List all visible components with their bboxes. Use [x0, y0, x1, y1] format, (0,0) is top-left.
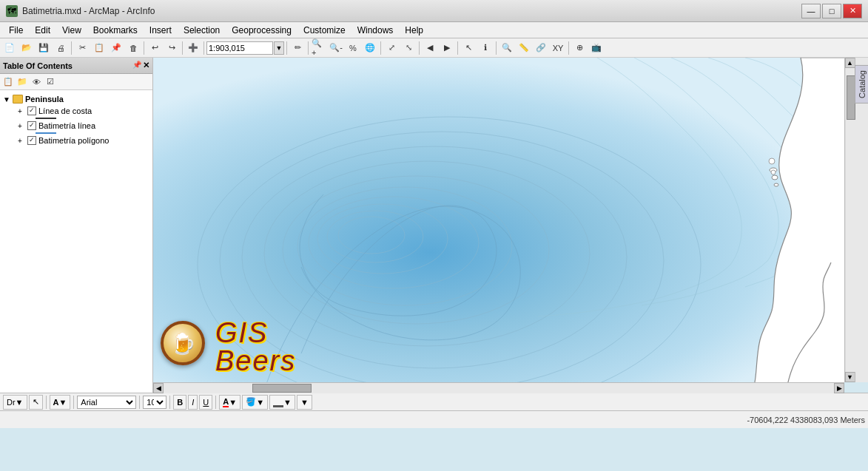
horizontal-scrollbar: ◀ ▶ — [153, 382, 844, 393]
layer-peninsula-label: Peninsula — [25, 95, 64, 104]
scroll-left-button[interactable]: ◀ — [153, 383, 164, 393]
maximize-button[interactable]: □ — [822, 4, 841, 18]
batlinea-expand-icon[interactable]: + — [18, 122, 25, 130]
print-button[interactable]: 🖨 — [53, 40, 69, 56]
titlebar-controls: — □ ✕ — [801, 4, 862, 18]
scroll-thumb-horizontal[interactable] — [252, 384, 312, 393]
back-btn[interactable]: ◀ — [422, 40, 438, 56]
scroll-track-horizontal[interactable] — [164, 383, 834, 393]
menu-geoprocessing[interactable]: Geoprocessing — [226, 24, 297, 37]
draw-cursor-btn[interactable]: ↖ — [29, 395, 43, 410]
add-data-button[interactable]: ➕ — [185, 40, 201, 56]
toc-group-peninsula[interactable]: ▼ Peninsula — [0, 93, 152, 105]
separator4 — [203, 41, 204, 55]
forward-btn[interactable]: ▶ — [439, 40, 455, 56]
toc-visibility-btn[interactable]: 👁 — [30, 75, 43, 89]
scroll-thumb-vertical[interactable] — [847, 75, 855, 120]
magnifier-btn[interactable]: ⊕ — [571, 40, 588, 56]
menu-edit[interactable]: Edit — [29, 24, 56, 37]
group-expand-icon[interactable]: ▼ — [3, 95, 10, 104]
delete-button[interactable]: 🗑 — [125, 40, 141, 56]
fill-color-btn[interactable]: 🪣▼ — [242, 395, 268, 410]
menu-windows[interactable]: Windows — [351, 24, 400, 37]
draw-sep4 — [169, 396, 170, 409]
menu-help[interactable]: Help — [399, 24, 429, 37]
toc-header-controls: 📌 ✕ — [132, 61, 149, 70]
toc-list-btn[interactable]: 📋 — [1, 75, 15, 89]
batpoly-expand-icon[interactable]: + — [18, 137, 25, 145]
toc-pin-icon[interactable]: 📌 — [132, 61, 141, 70]
layer-expand-icon[interactable]: + — [18, 107, 25, 115]
draw-dropdown-btn[interactable]: Dr ▼ — [3, 395, 27, 410]
globe-btn[interactable]: 🌐 — [362, 40, 378, 56]
layer-linea-checkbox[interactable] — [27, 106, 36, 115]
separator11 — [568, 41, 569, 55]
font-select[interactable]: Arial Times New Roman Courier New — [77, 396, 136, 409]
bathymetry-map — [153, 58, 844, 382]
full-extent-btn[interactable]: ⤢ — [383, 40, 400, 56]
toc-layer-linea-de-costa[interactable]: + Línea de costa — [15, 105, 152, 117]
hyperlink-btn[interactable]: 🔗 — [533, 40, 549, 56]
measure-btn[interactable]: 📏 — [516, 40, 532, 56]
viewer-btn[interactable]: 📺 — [588, 40, 605, 56]
menu-view[interactable]: View — [56, 24, 87, 37]
scroll-down-button[interactable]: ▼ — [845, 372, 855, 382]
layer-batpoly-checkbox[interactable] — [27, 136, 36, 145]
toc-layer-batimetria-linea[interactable]: + Batimetría línea — [15, 120, 152, 132]
toc-sub-linea: + Línea de costa — [0, 105, 152, 119]
redo-button[interactable]: ↪ — [164, 40, 180, 56]
menu-bookmarks[interactable]: Bookmarks — [87, 24, 144, 37]
catalog-tab[interactable]: Catalog — [855, 58, 868, 382]
draw-dropdown-arrow: ▼ — [16, 398, 24, 407]
separator7 — [380, 41, 381, 55]
open-button[interactable]: 📂 — [18, 40, 35, 56]
statusbar: -70604,222 4338083,093 Meters — [0, 410, 868, 428]
scroll-track-vertical[interactable] — [845, 68, 855, 372]
draw-text-btn[interactable]: A▼ — [50, 395, 71, 410]
toc-close-icon[interactable]: ✕ — [143, 61, 149, 70]
map-area[interactable]: 🍺 GIS Beers — [153, 58, 844, 382]
toc-sub-batlinea: + Batimetría línea — [0, 120, 152, 134]
island2 — [772, 175, 778, 180]
app-icon: 🗺 — [6, 5, 18, 17]
scroll-right-button[interactable]: ▶ — [834, 383, 844, 393]
menu-insert[interactable]: Insert — [144, 24, 178, 37]
cut-button[interactable]: ✂ — [74, 40, 90, 56]
minimize-button[interactable]: — — [801, 4, 821, 18]
extent-btn2[interactable]: ⤡ — [400, 40, 417, 56]
line-color-btn[interactable]: ▼ — [269, 395, 295, 410]
zoom-out-fixed-btn[interactable]: 🔍- — [328, 40, 344, 56]
goto-xy-btn[interactable]: XY — [550, 40, 566, 56]
toc-source-btn[interactable]: 📁 — [16, 75, 29, 89]
italic-button[interactable]: I — [188, 395, 198, 410]
main-content: Table Of Contents 📌 ✕ 📋 📁 👁 ☑ ▼ Peninsul… — [0, 58, 868, 393]
editor-toolbar-btn[interactable]: ✏ — [289, 40, 306, 56]
copy-button[interactable]: 📋 — [91, 40, 107, 56]
bold-button[interactable]: B — [173, 395, 186, 410]
scroll-up-button[interactable]: ▲ — [845, 58, 855, 68]
menu-selection[interactable]: Selection — [178, 24, 226, 37]
scale-input[interactable] — [206, 41, 273, 55]
identify-btn[interactable]: ℹ — [477, 40, 494, 56]
font-color-btn[interactable]: A▼ — [219, 395, 240, 410]
menu-customize[interactable]: Customize — [297, 24, 351, 37]
menu-file[interactable]: File — [3, 24, 29, 37]
more-options-btn[interactable]: ▼ — [297, 395, 312, 410]
underline-button[interactable]: U — [199, 395, 212, 410]
zoom-pct-btn[interactable]: % — [345, 40, 361, 56]
toc-selection-btn[interactable]: ☑ — [44, 75, 57, 89]
catalog-label[interactable]: Catalog — [855, 65, 869, 104]
layer-batlinea-checkbox[interactable] — [27, 121, 36, 130]
close-button[interactable]: ✕ — [843, 4, 862, 18]
undo-button[interactable]: ↩ — [147, 40, 163, 56]
dot-island1 — [769, 158, 775, 164]
paste-button[interactable]: 📌 — [108, 40, 124, 56]
zoom-in-fixed-btn[interactable]: 🔍+ — [311, 40, 327, 56]
select-arrow-btn[interactable]: ↖ — [460, 40, 477, 56]
new-button[interactable]: 📄 — [1, 40, 18, 56]
toc-layer-batimetria-poligono[interactable]: + Batimetría polígono — [15, 135, 152, 146]
save-button[interactable]: 💾 — [36, 40, 52, 56]
font-size-select[interactable]: 10 8 12 14 — [143, 396, 166, 409]
find-btn[interactable]: 🔍 — [499, 40, 515, 56]
scale-dropdown[interactable]: ▼ — [274, 41, 284, 55]
